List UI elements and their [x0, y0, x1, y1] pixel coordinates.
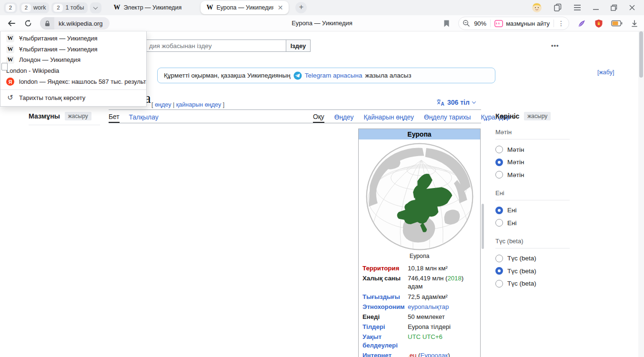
profile-avatar[interactable]: [532, 2, 542, 13]
content-scrollbar-thumb[interactable]: [482, 204, 484, 249]
suggestion-item[interactable]: Лондон — Уикипедия: [0, 55, 146, 66]
zoom-magnifier-icon[interactable]: [463, 20, 470, 27]
radio-button-icon[interactable]: [495, 219, 503, 227]
tab-groups-expand-button[interactable]: [90, 2, 101, 13]
browser-tab[interactable]: W Электр — Уикипедия ✕: [108, 1, 188, 14]
radio-option[interactable]: Ені: [495, 204, 570, 217]
tab-close-icon[interactable]: ✕: [278, 4, 283, 11]
sidebar-panels-icon[interactable]: [553, 3, 562, 12]
infobox: Еуропа: [358, 129, 481, 357]
view-tab[interactable]: Өңделу тарихы: [424, 112, 471, 123]
close-window-button[interactable]: [629, 4, 635, 11]
radio-option-label: Түс (beta): [507, 280, 536, 287]
infobox-row-value: 746,419 млн (2018) адам: [408, 273, 480, 291]
tab-group-chip[interactable]: 2: [4, 2, 17, 13]
tab-title: Электр — Уикипедия: [124, 4, 182, 11]
inline-link[interactable]: UTC UTC+6: [408, 333, 443, 340]
radio-option[interactable]: Мәтін: [495, 169, 570, 181]
reload-button[interactable]: [24, 19, 32, 28]
back-button[interactable]: [7, 19, 16, 28]
restore-button[interactable]: [611, 4, 617, 11]
window-controls: [532, 2, 640, 13]
text-segment: |: [171, 101, 176, 108]
suggestion-item[interactable]: Ұлыбритания — Уикипедия: [0, 33, 146, 44]
suggestion-item[interactable]: Ұлыбритания — Уикипедия: [0, 44, 146, 55]
wiki-search-button[interactable]: Іздеу: [286, 40, 311, 52]
inline-link[interactable]: Еуроодақ: [420, 352, 448, 357]
radio-button-icon[interactable]: [495, 171, 503, 178]
battery-icon[interactable]: [611, 20, 623, 27]
new-tab-button[interactable]: +: [295, 2, 307, 13]
appearance-hide-button[interactable]: жасыру: [524, 112, 551, 120]
lock-icon[interactable]: [40, 17, 54, 30]
inline-link[interactable]: еуропалықтар: [408, 303, 449, 310]
namespace-tab[interactable]: Талқылау: [129, 112, 159, 123]
radio-option[interactable]: Мәтін: [495, 156, 570, 169]
radio-button-icon[interactable]: [495, 159, 503, 166]
header-more-button[interactable]: •••: [551, 42, 559, 49]
tab-group-label: work: [33, 4, 47, 11]
browser-tab[interactable]: W Еуропа — Уикипедия ✕: [201, 1, 289, 14]
suggestion-item[interactable]: london — Яндекс: нашлось 587 тыс. резуль…: [0, 76, 146, 87]
language-selector[interactable]: A 306 тіл: [436, 99, 475, 106]
radio-button-icon[interactable]: [495, 280, 503, 288]
toc-hide-button[interactable]: жасыру: [65, 112, 91, 120]
inline-link[interactable]: өңдеу: [155, 101, 171, 108]
appearance-title: Көрініс: [495, 112, 519, 120]
radio-option[interactable]: Түс (beta): [495, 252, 570, 265]
inline-link[interactable]: 2018: [447, 275, 461, 282]
more-options-icon[interactable]: ⋮: [558, 20, 565, 27]
wiki-header-links: •••: [533, 42, 559, 49]
tab-group-chip[interactable]: 2 1 тобы: [51, 2, 87, 13]
minimize-button[interactable]: [593, 5, 599, 10]
bookmark-icon[interactable]: [443, 20, 450, 28]
infobox-row-value: UTC UTC+6: [408, 332, 480, 350]
radio-button-icon[interactable]: [495, 255, 503, 262]
radio-option[interactable]: Ені: [495, 217, 570, 229]
banner-close-link[interactable]: [жабу]: [597, 69, 614, 76]
browser-tabs: W Электр — Уикипедия ✕ W Еуропа — Уикипе…: [108, 1, 289, 14]
radio-option[interactable]: Мәтін: [495, 143, 570, 156]
inline-link[interactable]: қайнарын өңдеу: [176, 101, 221, 108]
show-full-history-item[interactable]: Тарихты толық көрсету: [0, 92, 146, 103]
infobox-row: Енеді 50 мемлекет: [359, 312, 480, 322]
telegram-channel-link[interactable]: Telegram арнасына: [305, 72, 362, 79]
address-bar[interactable]: kk.wikipedia.org: [40, 17, 110, 30]
text-segment: 746,419 млн (: [408, 275, 447, 282]
infobox-row-value: Еуропа тілдері: [408, 322, 480, 332]
view-tab[interactable]: Өңдеу: [334, 112, 354, 123]
radio-option[interactable]: Түс (beta): [495, 265, 570, 278]
view-tab[interactable]: Оқу: [313, 112, 324, 123]
radio-button-icon[interactable]: [495, 207, 503, 214]
zoom-level[interactable]: 90%: [474, 20, 486, 27]
protect-shield-icon[interactable]: [594, 19, 603, 28]
view-tab[interactable]: Қайнарын өңдеу: [364, 112, 414, 123]
tab-label: Өңдеу: [334, 114, 354, 121]
window-scrollbar[interactable]: [638, 31, 644, 357]
europe-globe-map[interactable]: [364, 141, 475, 252]
history-link-text: Тарихты толық көрсету: [19, 94, 85, 101]
tab-group-chip[interactable]: 2 work: [20, 2, 49, 13]
tab-group-count: 2: [21, 4, 31, 12]
title-edit-links[interactable]: [ өңдеу | қайнарын өңдеу ]: [151, 101, 224, 108]
chevron-down-icon: [93, 5, 98, 10]
radio-option[interactable]: Түс (beta): [495, 278, 570, 290]
wiki-search-input[interactable]: [145, 40, 286, 52]
menu-icon[interactable]: [574, 4, 581, 11]
radio-button-icon[interactable]: [495, 146, 503, 153]
browser-chrome: 2 2 work 2 1 тобы W Электр — Уикипед: [0, 0, 644, 31]
radio-button-icon[interactable]: [495, 267, 503, 275]
section-divider: [495, 200, 570, 200]
read-aloud-label: мазмұнын айту: [506, 20, 550, 27]
infobox-caption: Еуропа: [359, 253, 480, 259]
page-title-center: Еуропа — Уикипедия: [292, 20, 352, 27]
yandex-pen-icon[interactable]: [577, 19, 586, 28]
window-scrollbar-thumb[interactable]: [639, 31, 643, 78]
appearance-options: Мәтін Мәтін Мәтін: [495, 143, 570, 181]
suggestion-item[interactable]: London - Wikipedia: [0, 65, 146, 76]
namespace-tab[interactable]: Бет: [109, 112, 120, 123]
quote-icon: [494, 20, 503, 27]
downloads-icon[interactable]: [631, 20, 638, 28]
read-aloud-button[interactable]: мазмұнын айту: [494, 20, 550, 27]
suggestion-favicon-icon: [6, 34, 14, 42]
